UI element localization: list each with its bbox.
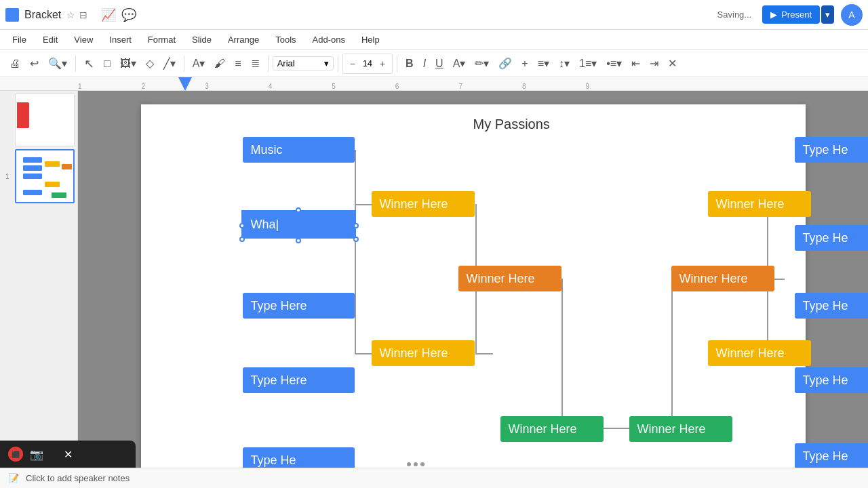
ruler-marker: [178, 77, 192, 91]
selection-handle-right[interactable]: [353, 223, 359, 228]
notes-bar[interactable]: 📝 Click to add speaker notes: [0, 468, 868, 488]
star-icon[interactable]: ☆: [66, 9, 75, 20]
line-spacing-button[interactable]: ↕▾: [555, 54, 574, 73]
font-selector[interactable]: Arial ▾: [273, 56, 334, 70]
bracket-box-winner2[interactable]: Winner Here: [372, 340, 475, 366]
selection-handle-left[interactable]: [239, 223, 245, 228]
shape-button[interactable]: □: [100, 55, 115, 73]
font-size-decrease[interactable]: −: [346, 56, 359, 72]
bracket-box-winner1[interactable]: Winner Here: [372, 191, 475, 217]
paint-button[interactable]: 🖌: [210, 55, 229, 73]
bracket-box-type1[interactable]: Type Here: [243, 293, 355, 319]
folder-icon[interactable]: ⊟: [79, 9, 87, 20]
indent-left-button[interactable]: ⇤: [627, 54, 644, 73]
menu-slide[interactable]: Slide: [185, 32, 218, 47]
zoom-button[interactable]: 🔍▾: [44, 54, 71, 73]
link-button[interactable]: 🔗: [494, 54, 516, 73]
toolbar: 🖨 ↩ 🔍▾ ↖ □ 🖼▾ ◇ ╱▾ A▾ 🖌 ≡ ≣ Arial ▾ − 14…: [0, 50, 868, 77]
bracket-box-type2[interactable]: Type Here: [243, 367, 355, 393]
bullet-list-button[interactable]: •≡▾: [602, 54, 626, 73]
text-color-button[interactable]: A▾: [449, 54, 470, 73]
align2-button[interactable]: ≣: [247, 54, 264, 73]
line-button[interactable]: ╱▾: [159, 54, 180, 73]
bracket-box-type-bottom[interactable]: Type He: [243, 447, 355, 468]
thumb-red-shape: [17, 102, 29, 128]
align-button[interactable]: ≡: [231, 55, 245, 73]
connector-line: [671, 279, 673, 428]
record-icon[interactable]: ⬛: [8, 447, 23, 462]
connector-line: [561, 279, 563, 428]
menu-edit[interactable]: Edit: [36, 32, 64, 47]
title-bar: Bracket ☆ ⊟ 📈 💬 Saving... ▶ Present ▾ A: [0, 0, 868, 30]
menu-help[interactable]: Help: [355, 32, 387, 47]
bracket-box-winner6[interactable]: Winner Here: [708, 340, 811, 366]
connector-line: [355, 204, 372, 205]
menu-tools[interactable]: Tools: [269, 32, 302, 47]
bracket-box-type4[interactable]: Type He: [795, 225, 869, 251]
connector-line: [355, 150, 356, 204]
indent-right-button[interactable]: ⇥: [646, 54, 663, 73]
bracket-box-winner7[interactable]: Winner Here: [500, 416, 604, 442]
bracket-box-music[interactable]: Music: [243, 137, 355, 163]
selection-handle-top[interactable]: [296, 207, 301, 213]
notes-placeholder[interactable]: Click to add speaker notes: [26, 473, 860, 483]
close-recording-icon[interactable]: ✕: [64, 448, 73, 461]
bracket-box-type7[interactable]: Type He: [795, 443, 869, 468]
slide-canvas[interactable]: My Passions: [141, 104, 806, 468]
bracket-box-winner3[interactable]: Winner Here: [458, 266, 561, 291]
selection-handle-bottom-left[interactable]: [239, 237, 245, 242]
select-button[interactable]: ↖: [80, 54, 98, 74]
slide-thumb-1[interactable]: [15, 94, 75, 146]
font-size-increase[interactable]: +: [376, 56, 389, 72]
bracket-box-winner5[interactable]: Winner Here: [708, 191, 811, 217]
bracket-box-winner8[interactable]: Winner Here: [629, 416, 732, 442]
selection-handle-bottom-right[interactable]: [353, 237, 359, 242]
present-dropdown-button[interactable]: ▾: [821, 5, 834, 24]
menu-addons[interactable]: Add-ons: [306, 32, 352, 47]
app-icon: [5, 8, 19, 22]
bold-button[interactable]: B: [401, 55, 418, 73]
undo-button[interactable]: ↩: [26, 54, 43, 73]
menu-insert[interactable]: Insert: [102, 32, 138, 47]
scroll-dot-2: [414, 462, 418, 466]
connector-line: [355, 353, 372, 354]
scroll-hint: [407, 462, 425, 466]
selection-handle-bottom[interactable]: [296, 238, 301, 243]
bracket-box-winner4[interactable]: Winner Here: [671, 266, 774, 291]
present-button[interactable]: ▶ Present: [762, 5, 820, 24]
bracket-box-type3[interactable]: Type He: [795, 137, 869, 163]
saving-status: Saving...: [717, 9, 752, 20]
font-size-value[interactable]: 14: [361, 58, 374, 68]
fill-color-button[interactable]: A▾: [189, 54, 210, 73]
bracket-box-type5[interactable]: Type He: [795, 293, 869, 319]
clear-format-button[interactable]: ✕: [664, 54, 681, 73]
highlight-button[interactable]: ✏▾: [471, 54, 493, 73]
menu-file[interactable]: File: [5, 32, 33, 47]
italic-button[interactable]: I: [419, 55, 430, 73]
insert-link-button[interactable]: +: [517, 55, 532, 73]
font-dropdown-icon: ▾: [324, 58, 329, 68]
comment-icon[interactable]: 💬: [121, 7, 136, 22]
print-button[interactable]: 🖨: [5, 55, 24, 73]
slide-thumbnail-1: [17, 96, 73, 144]
recording-bar: ⬛ 📷 ✕: [0, 441, 136, 468]
slide-thumb-2[interactable]: 1: [15, 149, 75, 203]
canvas-area[interactable]: My Passions: [78, 91, 868, 468]
video-icon[interactable]: 📷: [30, 448, 43, 461]
chart-icon[interactable]: 📈: [101, 7, 116, 22]
font-size-control[interactable]: − 14 +: [342, 54, 393, 74]
numbered-list-button[interactable]: 1≡▾: [575, 54, 601, 73]
image-button[interactable]: 🖼▾: [116, 54, 140, 73]
bracket-box-type6[interactable]: Type He: [795, 367, 869, 393]
avatar[interactable]: A: [841, 4, 863, 26]
bracket-box-what[interactable]: Wha|: [243, 211, 355, 237]
menu-arrange[interactable]: Arrange: [221, 32, 266, 47]
menu-view[interactable]: View: [67, 32, 100, 47]
document-title[interactable]: Bracket: [24, 9, 61, 21]
slides-panel: 1: [0, 91, 78, 468]
menu-format[interactable]: Format: [141, 32, 182, 47]
underline-button[interactable]: U: [431, 55, 448, 73]
present-icon: ▶: [770, 9, 777, 20]
shape2-button[interactable]: ◇: [142, 54, 158, 73]
align-text-button[interactable]: ≡▾: [534, 54, 553, 73]
